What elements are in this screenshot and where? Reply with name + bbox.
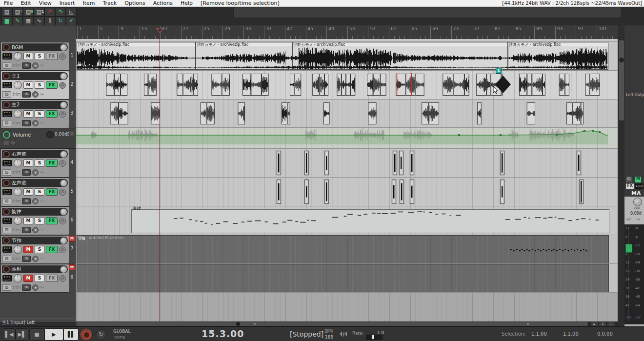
record-arm-icon[interactable]	[3, 237, 10, 244]
volume-knob[interactable]	[14, 188, 22, 196]
volume-knob[interactable]	[14, 245, 22, 254]
new-project-icon[interactable]: ▤	[1, 8, 12, 17]
route-button[interactable]: ROUTE	[2, 189, 12, 195]
solo-button[interactable]: S	[35, 188, 44, 196]
master-route-button[interactable]: ROUT	[635, 183, 644, 189]
input-dropdown-icon[interactable]: ▼	[32, 284, 39, 291]
redo-icon[interactable]: ↷	[55, 8, 66, 17]
route-button[interactable]: ROUTE	[2, 246, 12, 253]
playhead-marker-icon[interactable]	[156, 26, 163, 35]
vertical-scrollbar-thumb[interactable]	[619, 40, 624, 120]
record-arm-icon[interactable]	[3, 208, 10, 215]
play-button[interactable]: ▶	[44, 328, 63, 341]
menu-item-insert[interactable]: Insert	[56, 0, 79, 6]
solo-button[interactable]: S	[35, 246, 44, 253]
open-project-icon[interactable]: ▤↗	[12, 8, 23, 17]
menu-item-file[interactable]: File	[0, 0, 17, 6]
track-name[interactable]: 左声道	[12, 180, 26, 186]
media-item-beat[interactable]	[77, 235, 609, 264]
input-button[interactable]: IN	[22, 284, 31, 291]
media-icon[interactable]: ▨	[2, 120, 11, 126]
mute-button[interactable]: M	[23, 53, 33, 60]
save-project-icon[interactable]: ▤9	[23, 8, 34, 17]
vertical-zoom-knob[interactable]	[619, 58, 624, 62]
track-panel-2[interactable]: 主1ROUTEMSFX∅▨trimIN▼↪	[0, 71, 69, 100]
input-button[interactable]: IN	[22, 169, 31, 176]
time-signature[interactable]: 4/4	[340, 332, 347, 337]
menu-item-view[interactable]: View	[35, 0, 56, 6]
project-settings-icon[interactable]: ▤1	[34, 8, 44, 17]
mute-button[interactable]: M	[23, 217, 33, 224]
menu-item-help[interactable]: Help	[177, 0, 197, 6]
undo-icon[interactable]: ↶	[44, 8, 55, 17]
region-marker[interactable]: 1	[496, 68, 502, 74]
media-icon[interactable]: ▨	[2, 169, 11, 176]
track-panel-6[interactable]: 旋律ROUTEMSFX∅▨trimIN▼↪	[0, 206, 69, 235]
grid-lines-icon[interactable]: ⫼	[44, 17, 55, 25]
master-mute-button[interactable]: M	[635, 177, 641, 182]
grouping-icon[interactable]: ▦	[23, 17, 34, 25]
pan-knob[interactable]	[60, 44, 67, 51]
record-button[interactable]	[80, 328, 93, 341]
volume-knob[interactable]	[14, 52, 22, 60]
route-button[interactable]: ROUTE	[2, 218, 12, 224]
track-name[interactable]: 旋律	[12, 208, 21, 215]
menu-item-track[interactable]: Track	[99, 0, 121, 6]
media-item-bgm-3[interactable]	[292, 42, 508, 70]
menu-item-options[interactable]: Options	[121, 0, 149, 6]
solo-button[interactable]: S	[35, 217, 44, 224]
track-name[interactable]: 主1	[12, 73, 20, 80]
metronome-icon[interactable]: ◺	[66, 8, 77, 17]
solo-button[interactable]: S	[35, 275, 44, 282]
input-button[interactable]: IN	[22, 62, 31, 69]
track-panel-1[interactable]: BGMROUTEMSFX∅▨trimIN▼↪	[0, 42, 69, 71]
media-icon[interactable]: ▨	[2, 91, 11, 98]
fx-button[interactable]: FX	[46, 217, 58, 224]
menu-item-removelooptimeselection[interactable]: [Remove loop/time selection]	[197, 0, 283, 6]
route-button[interactable]: ROUTE	[2, 160, 12, 166]
menu-item-item[interactable]: Item	[79, 0, 99, 6]
pan-knob[interactable]	[60, 73, 67, 80]
fx-button[interactable]: FX	[46, 53, 58, 60]
record-arm-icon[interactable]	[3, 44, 10, 51]
envelope-active-icon[interactable]	[3, 131, 10, 139]
selection-end[interactable]: 1.1.00	[563, 331, 579, 337]
lane-overlay-volume[interactable]	[76, 128, 618, 148]
pan-knob[interactable]	[60, 101, 67, 109]
record-arm-icon[interactable]	[3, 101, 10, 108]
master-fx-button[interactable]: FX	[626, 183, 634, 189]
envelope-button[interactable]: ∅	[59, 53, 66, 60]
envelope-button[interactable]: ∅	[59, 275, 66, 282]
lane-overlay-track-3[interactable]	[76, 100, 618, 127]
volume-knob[interactable]	[14, 81, 22, 89]
envelope-button[interactable]: ∅	[59, 160, 66, 167]
envelope-option2-button[interactable]	[10, 140, 16, 145]
media-item-bgm-1[interactable]	[77, 42, 196, 70]
repeat-button[interactable]: ↻	[96, 329, 106, 340]
track-name[interactable]: 主2	[12, 101, 20, 108]
pan-knob[interactable]	[60, 266, 67, 273]
solo-button[interactable]: S	[35, 53, 44, 60]
track-panel-4[interactable]: 右声道ROUTEMSFX∅▨trimIN▼↪	[0, 149, 69, 178]
pan-knob[interactable]	[60, 151, 67, 158]
track-name[interactable]: BGM	[12, 45, 23, 50]
input-dropdown-icon[interactable]: ▼	[32, 120, 39, 126]
track-name[interactable]: 临时	[12, 266, 21, 273]
loop-toggle-icon[interactable]: ↻	[55, 17, 66, 25]
pan-knob[interactable]	[60, 237, 67, 244]
mute-button[interactable]: M	[23, 81, 33, 89]
input-button[interactable]: IN	[22, 198, 31, 204]
media-item-bgm-2[interactable]	[196, 42, 292, 70]
fx-button[interactable]: FX	[46, 246, 58, 253]
track-panel-8[interactable]: 临时ROUTEMSFX∅▨trimIN▼↪	[0, 264, 69, 293]
route-button[interactable]: ROUTE	[2, 275, 12, 281]
input-dropdown-icon[interactable]: ▼	[32, 256, 39, 262]
arrange-view[interactable]: 沙野カモメ - archivezip.flac沙野カモメ - archivezi…	[76, 39, 618, 322]
input-dropdown-icon[interactable]: ▼	[32, 91, 39, 98]
input-button[interactable]: IN	[22, 120, 31, 126]
fx-button[interactable]: FX	[46, 110, 58, 118]
route-button[interactable]: ROUTE	[2, 111, 12, 117]
track-name[interactable]: 右声道	[12, 151, 26, 158]
media-icon[interactable]: ▨	[2, 227, 11, 233]
rate-slider[interactable]	[366, 335, 382, 340]
